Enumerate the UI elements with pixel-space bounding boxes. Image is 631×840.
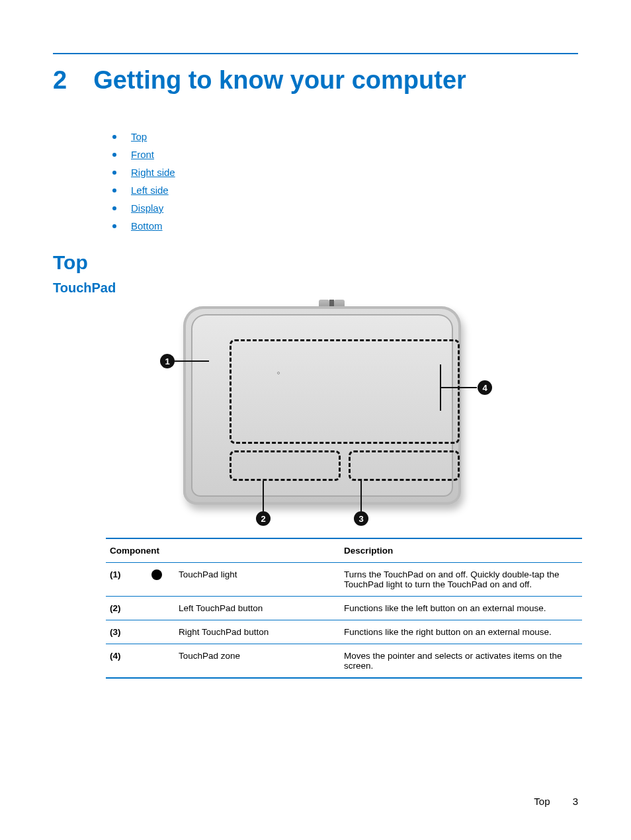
callout-3-icon: 3 bbox=[354, 511, 368, 526]
row-icon-cell bbox=[139, 563, 175, 597]
table-row: (1) TouchPad light Turns the TouchPad on… bbox=[106, 563, 582, 597]
footer-section: Top bbox=[534, 796, 550, 807]
row-name: TouchPad zone bbox=[175, 644, 340, 679]
touchpad-diagram: 1 4 2 3 bbox=[150, 306, 481, 525]
chapter-title: Getting to know your computer bbox=[93, 66, 466, 95]
bullet-icon bbox=[112, 135, 116, 139]
toc-item[interactable]: Bottom bbox=[112, 220, 578, 231]
toc-link-top[interactable]: Top bbox=[131, 131, 147, 142]
row-num: (3) bbox=[106, 620, 139, 644]
row-num: (2) bbox=[106, 597, 139, 620]
page-footer: Top 3 bbox=[534, 796, 578, 807]
row-desc: Functions like the right button on an ex… bbox=[340, 620, 582, 644]
toc-item[interactable]: Right side bbox=[112, 167, 578, 178]
toc-list: Top Front Right side Left side Display B… bbox=[112, 131, 578, 231]
subsection-heading-touchpad: TouchPad bbox=[53, 280, 578, 296]
toc-item[interactable]: Top bbox=[112, 131, 578, 142]
table-row: (2) Left TouchPad button Functions like … bbox=[106, 597, 582, 620]
chapter-heading: 2 Getting to know your computer bbox=[53, 66, 578, 95]
toc-link-front[interactable]: Front bbox=[131, 149, 154, 160]
row-desc: Turns the TouchPad on and off. Quickly d… bbox=[340, 563, 582, 597]
callout-4-icon: 4 bbox=[478, 380, 492, 395]
table-row: (3) Right TouchPad button Functions like… bbox=[106, 620, 582, 644]
callout-2-icon: 2 bbox=[256, 511, 271, 526]
components-table: Component Description (1) TouchPad light… bbox=[106, 538, 582, 679]
chapter-number: 2 bbox=[53, 66, 67, 95]
bullet-icon bbox=[112, 153, 116, 157]
toc-item[interactable]: Left side bbox=[112, 185, 578, 196]
bullet-icon bbox=[112, 224, 116, 228]
bullet-icon bbox=[112, 189, 116, 192]
row-num: (4) bbox=[106, 644, 139, 679]
row-num: (1) bbox=[106, 563, 139, 597]
toc-link-left-side[interactable]: Left side bbox=[131, 185, 169, 196]
row-name: TouchPad light bbox=[175, 563, 340, 597]
row-name: Left TouchPad button bbox=[175, 597, 340, 620]
row-desc: Functions like the left button on an ext… bbox=[340, 597, 582, 620]
table-header-component: Component bbox=[106, 538, 340, 563]
toc-link-bottom[interactable]: Bottom bbox=[131, 220, 163, 231]
row-desc: Moves the pointer and selects or activat… bbox=[340, 644, 582, 679]
row-name: Right TouchPad button bbox=[175, 620, 340, 644]
toc-item[interactable]: Display bbox=[112, 202, 578, 214]
top-rule bbox=[53, 53, 578, 54]
bullet-icon bbox=[112, 206, 116, 210]
toc-link-display[interactable]: Display bbox=[131, 202, 163, 214]
footer-page-number: 3 bbox=[573, 796, 578, 807]
toc-link-right-side[interactable]: Right side bbox=[131, 167, 175, 178]
touchpad-light-icon bbox=[151, 569, 162, 580]
bullet-icon bbox=[112, 171, 116, 175]
section-heading-top: Top bbox=[53, 251, 578, 274]
table-header-description: Description bbox=[340, 538, 582, 563]
callout-1-icon: 1 bbox=[160, 354, 175, 368]
toc-item[interactable]: Front bbox=[112, 149, 578, 160]
table-row: (4) TouchPad zone Moves the pointer and … bbox=[106, 644, 582, 679]
